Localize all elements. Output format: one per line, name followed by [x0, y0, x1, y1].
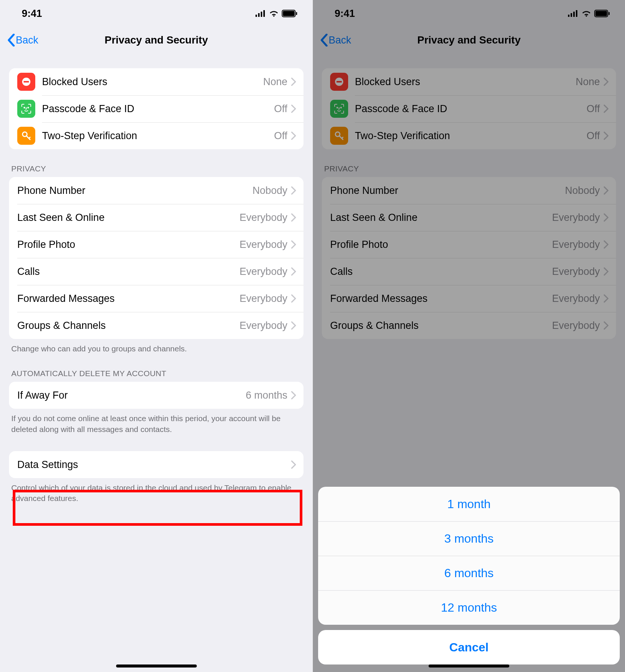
autodelete-group: If Away For 6 months [9, 382, 303, 409]
row-value: Nobody [252, 185, 287, 196]
row-label: If Away For [17, 390, 246, 401]
sheet-cancel-button[interactable]: Cancel [318, 630, 620, 664]
row-label: Passcode & Face ID [42, 103, 274, 115]
faceid-icon [17, 100, 35, 118]
row-value: 6 months [246, 390, 287, 401]
status-time: 9:41 [22, 8, 42, 20]
back-button[interactable]: Back [8, 34, 38, 46]
svg-rect-1 [258, 13, 260, 17]
key-icon [17, 127, 35, 145]
row-value: Everybody [239, 320, 287, 332]
row-forwarded[interactable]: Forwarded Messages Everybody [9, 285, 303, 312]
chevron-left-icon [8, 34, 15, 46]
svg-rect-2 [261, 12, 262, 17]
row-label: Data Settings [17, 459, 291, 471]
chevron-right-icon [291, 78, 296, 86]
chevron-right-icon [291, 186, 296, 195]
action-sheet: 1 month 3 months 6 months 12 months Canc… [318, 487, 620, 664]
sheet-option-1month[interactable]: 1 month [318, 487, 620, 521]
battery-icon [282, 10, 297, 17]
chevron-right-icon [291, 294, 296, 303]
sheet-option-6months[interactable]: 6 months [318, 556, 620, 590]
row-label: Calls [17, 266, 239, 278]
chevron-right-icon [291, 240, 296, 249]
status-bar: 9:41 [0, 0, 312, 27]
nav-bar: Back Privacy and Security [0, 27, 312, 53]
chevron-right-icon [291, 132, 296, 140]
wifi-icon [269, 10, 279, 17]
chevron-right-icon [291, 267, 296, 276]
svg-rect-8 [24, 81, 29, 82]
row-data-settings[interactable]: Data Settings [9, 451, 303, 478]
row-value: Off [274, 130, 287, 142]
row-passcode[interactable]: Passcode & Face ID Off [9, 95, 303, 122]
row-value: Everybody [239, 293, 287, 304]
row-value: Off [274, 103, 287, 115]
row-blocked-users[interactable]: Blocked Users None [9, 68, 303, 95]
blocked-icon [17, 73, 35, 91]
autodelete-footer: If you do not come online at least once … [0, 409, 312, 435]
cellular-icon [255, 10, 266, 17]
svg-point-9 [24, 107, 25, 108]
row-profile-photo[interactable]: Profile Photo Everybody [9, 231, 303, 258]
security-group: Blocked Users None Passcode & Face ID Of… [9, 68, 303, 149]
row-phone-number[interactable]: Phone Number Nobody [9, 177, 303, 204]
screen-right: 9:41 Back Privacy and Security Blocked U… [312, 0, 625, 672]
chevron-right-icon [291, 460, 296, 469]
row-label: Last Seen & Online [17, 212, 239, 224]
row-label: Profile Photo [17, 239, 239, 250]
chevron-right-icon [291, 213, 296, 222]
nav-title: Privacy and Security [0, 34, 312, 46]
home-indicator[interactable] [429, 664, 509, 668]
row-label: Blocked Users [42, 76, 263, 88]
home-indicator[interactable] [116, 664, 197, 668]
action-sheet-options: 1 month 3 months 6 months 12 months [318, 487, 620, 625]
privacy-group: Phone Number Nobody Last Seen & Online E… [9, 177, 303, 339]
chevron-right-icon [291, 391, 296, 399]
status-indicators [255, 10, 297, 17]
row-twostep[interactable]: Two-Step Verification Off [9, 122, 303, 149]
row-label: Two-Step Verification [42, 130, 274, 142]
row-label: Phone Number [17, 185, 252, 196]
row-label: Forwarded Messages [17, 293, 239, 304]
privacy-footer: Change who can add you to groups and cha… [0, 339, 312, 354]
svg-rect-6 [296, 12, 297, 15]
row-label: Groups & Channels [17, 320, 239, 332]
section-header-autodelete: AUTOMATICALLY DELETE MY ACCOUNT [0, 354, 312, 382]
datasettings-footer: Control which of your data is stored in … [0, 478, 312, 504]
chevron-right-icon [291, 105, 296, 113]
row-last-seen[interactable]: Last Seen & Online Everybody [9, 204, 303, 231]
screen-left: 9:41 Back Privacy and Security Blocked U… [0, 0, 312, 672]
svg-rect-0 [255, 15, 257, 17]
sheet-option-3months[interactable]: 3 months [318, 521, 620, 556]
section-header-privacy: PRIVACY [0, 149, 312, 177]
row-if-away-for[interactable]: If Away For 6 months [9, 382, 303, 409]
row-calls[interactable]: Calls Everybody [9, 258, 303, 285]
row-groups[interactable]: Groups & Channels Everybody [9, 312, 303, 339]
chevron-right-icon [291, 321, 296, 330]
svg-rect-3 [263, 10, 265, 17]
svg-rect-5 [283, 11, 294, 16]
row-value: Everybody [239, 239, 287, 250]
row-value: Everybody [239, 212, 287, 224]
back-label: Back [16, 34, 38, 46]
row-value: Everybody [239, 266, 287, 278]
sheet-option-12months[interactable]: 12 months [318, 590, 620, 625]
datasettings-group: Data Settings [9, 451, 303, 478]
svg-point-10 [28, 107, 29, 108]
row-value: None [263, 76, 287, 88]
